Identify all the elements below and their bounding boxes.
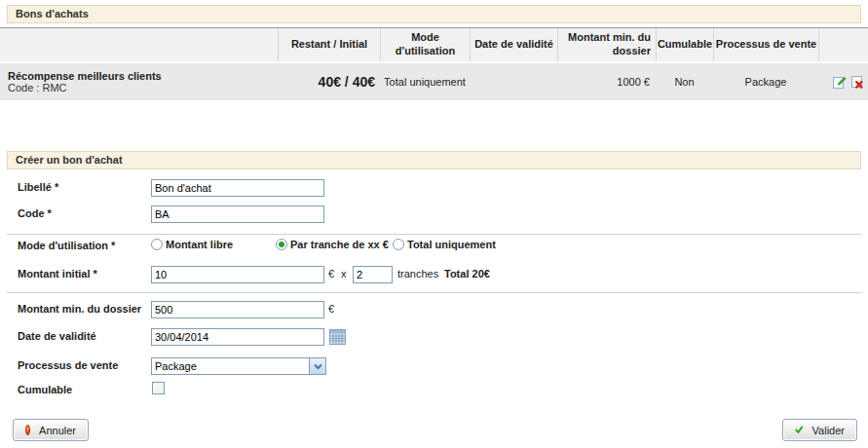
cancel-button-label: Annuler <box>39 425 76 436</box>
green-check-icon <box>795 424 804 436</box>
form-panel-header: Créer un bon d'achat <box>7 151 861 169</box>
montant-min-input[interactable] <box>151 301 324 318</box>
montant-min-label: Montant min. du dossier <box>18 303 141 315</box>
col-header-restant: Restant / Initial <box>278 28 380 61</box>
libelle-label: Libellé * <box>18 181 58 193</box>
montant-initial-label: Montant initial * <box>18 268 97 280</box>
date-validite-input[interactable] <box>151 328 324 346</box>
processus-select[interactable]: Package <box>151 357 326 375</box>
chevron-down-icon <box>309 358 325 374</box>
radio-par-tranche-label: Par tranche de xx € <box>290 239 389 250</box>
cell-montant-min: 1000 € <box>557 63 656 100</box>
table-row: Récompense meilleurs clients Code : RMC … <box>0 63 868 100</box>
vouchers-table: Restant / Initial Mode d'utilisation Dat… <box>0 27 868 100</box>
radio-circle-icon <box>151 239 163 250</box>
tranches-label: tranches <box>397 268 438 280</box>
code-input[interactable] <box>151 205 324 223</box>
cancel-button[interactable]: Annuler <box>13 419 89 441</box>
cell-processus: Package <box>713 63 818 100</box>
cell-mode: Total uniquement <box>380 63 470 100</box>
col-header-cumulable: Cumulable <box>656 28 713 61</box>
cell-name: Récompense meilleurs clients Code : RMC <box>0 63 278 100</box>
cell-restant: 40€ / 40€ <box>278 63 380 100</box>
radio-montant-libre-label: Montant libre <box>166 239 233 250</box>
libelle-input[interactable] <box>151 179 324 197</box>
radio-circle-icon <box>393 239 404 250</box>
form-panel-title: Créer un bon d'achat <box>16 154 123 166</box>
radio-total-uniquement[interactable]: Total uniquement <box>393 239 496 250</box>
radio-circle-icon <box>276 239 287 250</box>
edit-document-icon[interactable] <box>832 75 847 90</box>
times-symbol: x <box>341 268 347 280</box>
form-divider-2 <box>7 292 861 293</box>
red-circle-icon <box>25 425 30 435</box>
submit-button[interactable]: Valider <box>782 419 857 441</box>
radio-montant-libre[interactable]: Montant libre <box>151 239 233 250</box>
euro-symbol: € <box>328 303 334 315</box>
cell-date <box>470 63 557 100</box>
processus-select-value: Package <box>152 358 309 374</box>
tranches-input[interactable] <box>353 266 393 283</box>
cell-cumulable: Non <box>656 63 713 100</box>
radio-total-uniquement-label: Total uniquement <box>407 239 496 250</box>
radio-par-tranche[interactable]: Par tranche de xx € <box>276 239 389 250</box>
delete-document-icon[interactable] <box>849 75 864 90</box>
col-header-mode: Mode d'utilisation <box>380 28 470 61</box>
cumulable-checkbox[interactable] <box>152 382 165 394</box>
list-panel-header: Bons d'achats <box>7 5 861 23</box>
voucher-code: Code : RMC <box>8 82 67 93</box>
col-header-processus: Processus de vente <box>713 28 818 61</box>
voucher-name: Récompense meilleurs clients <box>8 70 162 82</box>
cumulable-label: Cumulable <box>18 384 72 395</box>
calendar-icon[interactable] <box>329 328 346 346</box>
col-header-montant-min: Montant min. du dossier <box>557 28 656 61</box>
total-value: Total 20€ <box>444 268 490 280</box>
date-validite-label: Date de validité <box>18 330 96 342</box>
submit-button-label: Valider <box>812 425 845 436</box>
col-header-date: Date de validité <box>470 28 557 61</box>
vouchers-table-header: Restant / Initial Mode d'utilisation Dat… <box>0 27 868 61</box>
cell-actions <box>818 63 868 100</box>
col-header-name <box>0 28 278 61</box>
code-label: Code * <box>18 207 52 219</box>
euro-symbol: € <box>328 268 334 280</box>
processus-label: Processus de vente <box>18 359 118 371</box>
form-divider-1 <box>7 234 861 235</box>
list-panel-title: Bons d'achats <box>16 8 89 19</box>
montant-initial-input[interactable] <box>151 266 324 283</box>
mode-label: Mode d'utilisation * <box>18 240 115 251</box>
page: Bons d'achats Restant / Initial Mode d'u… <box>0 0 868 448</box>
col-header-actions <box>818 28 868 61</box>
